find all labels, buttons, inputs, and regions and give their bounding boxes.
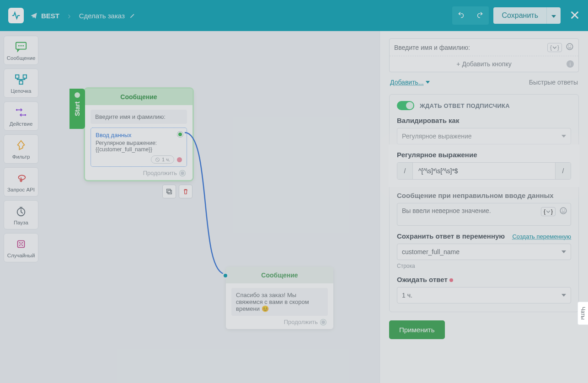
breadcrumb-chevron: › — [68, 11, 71, 21]
regex-delim-open: / — [397, 163, 413, 179]
tool-chain[interactable]: Цепочка — [4, 69, 38, 98]
start-tag: Start — [69, 89, 85, 129]
svg-point-4 — [21, 45, 22, 47]
node-title: Сообщение — [85, 89, 192, 105]
continue-label: Продолжить — [284, 319, 318, 325]
wait-answer-select[interactable]: 1 ч. — [397, 287, 571, 303]
error-message-label: Сообщение при неправильном вводе данных — [397, 192, 571, 199]
tool-label: Фильтр — [6, 154, 36, 160]
svg-point-3 — [18, 45, 20, 47]
close-button[interactable] — [570, 10, 580, 21]
node-text: Введите имя и фамилию: — [91, 110, 187, 124]
tool-label: Цепочка — [6, 88, 36, 94]
var-type-hint: Строка — [397, 263, 571, 269]
info-icon[interactable]: i — [567, 60, 574, 68]
svg-point-17 — [21, 244, 22, 245]
tool-label: Пауза — [6, 220, 36, 225]
pencil-icon[interactable] — [129, 12, 136, 19]
node-message-2[interactable]: Сообщение Спасибо за заказ! Мы свяжемся … — [226, 267, 333, 329]
node-data-entry[interactable]: Ввод данных Регулярное выражение: {{cust… — [91, 128, 187, 167]
validate-as-select[interactable]: Регулярное выражение — [397, 128, 571, 144]
svg-point-24 — [570, 46, 571, 47]
regex-input[interactable] — [413, 163, 555, 179]
output-port-continue[interactable] — [180, 170, 185, 176]
svg-point-26 — [562, 210, 563, 211]
save-button[interactable]: Сохранить — [493, 7, 546, 24]
svg-line-19 — [156, 158, 159, 161]
tool-random[interactable]: Случайный — [4, 233, 38, 262]
tool-label: Случайный — [6, 253, 36, 258]
svg-point-16 — [21, 245, 23, 246]
emoji-icon[interactable] — [566, 43, 574, 52]
svg-point-9 — [16, 109, 18, 111]
tool-filter[interactable]: Фильтр — [4, 134, 38, 164]
svg-point-22 — [567, 43, 573, 50]
continue-label: Продолжить — [143, 170, 177, 176]
wait-answer-label: Ожидать ответ — [397, 276, 571, 283]
svg-point-25 — [560, 207, 567, 214]
tool-label: Запрос API — [6, 187, 36, 192]
tool-api[interactable]: Запрос API — [4, 167, 38, 197]
svg-point-27 — [564, 210, 565, 211]
svg-point-5 — [22, 45, 24, 47]
delete-node-button[interactable] — [179, 185, 192, 198]
output-port-continue[interactable] — [321, 319, 326, 325]
svg-point-14 — [21, 242, 23, 244]
redo-button[interactable] — [470, 6, 489, 25]
svg-point-13 — [19, 242, 21, 244]
validate-as-label: Валидировать как — [397, 117, 571, 124]
tool-pause[interactable]: Пауза — [4, 200, 38, 229]
app-logo[interactable] — [8, 8, 24, 23]
svg-rect-21 — [167, 189, 171, 193]
flow-title: Сделать заказ — [79, 12, 125, 20]
insert-variable-button[interactable]: {} — [541, 207, 556, 216]
insert-variable-button[interactable]: {} — [547, 43, 562, 52]
save-var-label: Сохранить ответ в переменную — [397, 232, 505, 240]
svg-rect-7 — [23, 75, 27, 78]
regex-delim-close: / — [555, 163, 571, 179]
wait-response-label: ЖДАТЬ ОТВЕТ ПОДПИСЧИКА — [420, 102, 510, 109]
emoji-icon[interactable] — [559, 207, 567, 216]
create-variable-link[interactable]: Создать переменную — [512, 233, 571, 240]
svg-point-15 — [19, 245, 21, 246]
svg-point-10 — [24, 114, 26, 116]
tool-label: Действие — [6, 121, 36, 127]
close-icon — [570, 10, 580, 20]
tool-message[interactable]: Сообщение — [4, 36, 38, 65]
svg-rect-6 — [16, 75, 19, 78]
node-message-1[interactable]: Start Сообщение Введите имя и фамилию: В… — [85, 89, 192, 180]
flow-canvas[interactable]: Start Сообщение Введите имя и фамилию: В… — [42, 31, 380, 383]
timer-chip: 1 ч. — [151, 155, 174, 164]
svg-rect-20 — [168, 190, 171, 194]
bot-name[interactable]: BEST — [41, 12, 59, 20]
telegram-icon — [30, 12, 37, 19]
save-variable-select[interactable]: customer_full_name — [397, 244, 571, 260]
chats-tab[interactable]: Чаты — [577, 302, 588, 325]
node-text: Спасибо за заказ! Мы свяжемся с вами в с… — [231, 288, 328, 316]
apply-button[interactable]: Применить — [389, 320, 445, 339]
wait-response-toggle[interactable] — [397, 101, 414, 110]
message-text-input[interactable]: Введите имя и фамилию: — [394, 44, 544, 51]
copy-node-button[interactable] — [162, 185, 176, 198]
undo-button[interactable] — [452, 6, 470, 25]
output-port-timeout[interactable] — [177, 157, 182, 162]
tool-action[interactable]: Действие — [4, 101, 38, 131]
input-port[interactable] — [222, 272, 229, 279]
quick-replies-button[interactable]: Быстрые ответы — [529, 79, 578, 86]
regex-label: Регулярное выражение — [397, 151, 571, 159]
svg-rect-8 — [19, 81, 22, 84]
svg-point-23 — [568, 46, 569, 47]
node-title: Сообщение — [226, 267, 333, 283]
add-element-link[interactable]: Добавить... — [390, 79, 430, 86]
save-dropdown-button[interactable] — [546, 7, 561, 24]
add-button-row[interactable]: + Добавить кнопку i — [390, 56, 578, 72]
tool-label: Сообщение — [6, 55, 36, 61]
output-port-valid[interactable] — [177, 132, 183, 137]
